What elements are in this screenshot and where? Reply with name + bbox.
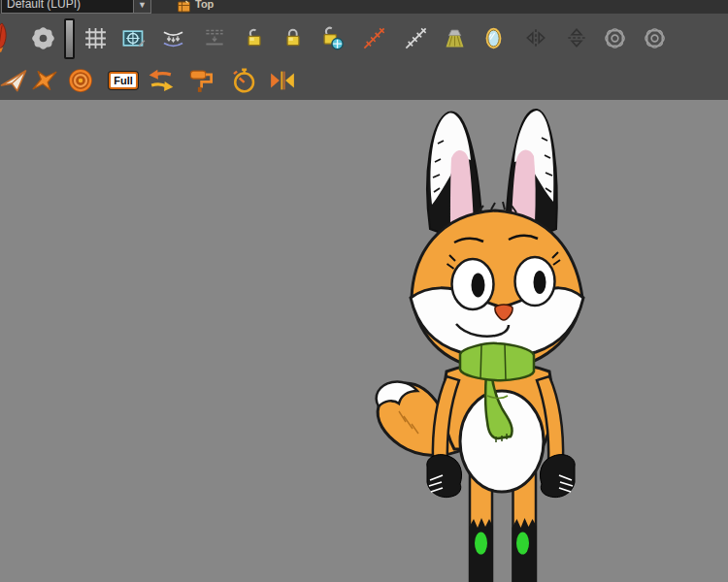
settings-gear-button[interactable] [25, 19, 60, 56]
display-selector-value: Default (LUPI) [7, 0, 81, 11]
target-rings-button[interactable] [63, 62, 98, 99]
view-topbar: Default (LUPI) ▼ Top [0, 0, 728, 14]
fox-head [411, 110, 583, 370]
mirror-playback-icon [268, 66, 297, 95]
camera-view-toolbar: Full [0, 14, 728, 100]
safe-area-button[interactable] [116, 19, 150, 56]
align-guides-icon [202, 25, 227, 50]
onion-marks-white-button[interactable] [398, 19, 433, 56]
toolbar-separator-handle[interactable] [64, 18, 75, 59]
onion-skin-marks-orange-icon [361, 25, 387, 51]
mirror-playback-button[interactable] [265, 62, 300, 99]
camera-mask-icon [160, 25, 186, 51]
show-grid-button[interactable] [78, 19, 113, 56]
safe-area-icon [120, 25, 147, 51]
onion-marks-orange-button[interactable] [356, 19, 391, 56]
unlock-icon [242, 25, 267, 50]
align-guides-button[interactable] [197, 19, 232, 56]
gear-outline-a-button[interactable] [597, 19, 632, 56]
leg-marker-left [475, 533, 487, 555]
gear-outline-icon [603, 26, 627, 50]
display-selector-dropdown[interactable]: Default (LUPI) ▼ [1, 0, 151, 14]
gear-outline-b-button[interactable] [637, 19, 672, 56]
swap-arrows-icon [146, 66, 177, 95]
swap-arrows-button[interactable] [144, 62, 179, 99]
brush-feather-icon [0, 22, 13, 53]
leg-marker-right [516, 533, 529, 555]
origami-bird-button[interactable] [27, 62, 62, 99]
target-rings-icon [66, 66, 95, 95]
reset-timer-button[interactable] [226, 62, 261, 99]
flip-horizontal-icon [523, 25, 548, 50]
paint-roller-icon [186, 66, 215, 95]
flip-horizontal-button[interactable] [518, 19, 553, 56]
brush-feather-button[interactable] [0, 19, 13, 56]
flip-vertical-icon [564, 25, 589, 50]
mirror-view-button[interactable] [476, 19, 511, 56]
camera-mask-button[interactable] [155, 19, 190, 56]
application-window: Default (LUPI) ▼ Top [0, 0, 728, 582]
gear-outline-icon [643, 26, 667, 50]
paint-roller-button[interactable] [183, 62, 218, 99]
grid-icon [83, 26, 108, 50]
full-resolution-button[interactable]: Full [103, 62, 144, 99]
full-badge-icon: Full [109, 72, 138, 89]
timer-icon [229, 66, 258, 95]
gear-icon [30, 25, 56, 51]
mirror-icon [480, 25, 507, 51]
camera-view-canvas[interactable] [0, 100, 728, 582]
top-view-icon [178, 0, 190, 13]
lock-with-target-icon [319, 25, 346, 51]
lock-icon [281, 25, 306, 50]
lock-button[interactable] [276, 19, 311, 56]
origami-bird-icon [30, 66, 59, 95]
paper-plane-icon [0, 66, 28, 95]
light-table-icon [442, 25, 468, 51]
top-view-label: Top [195, 0, 214, 10]
flip-vertical-button[interactable] [559, 19, 594, 56]
light-table-button[interactable] [437, 19, 472, 56]
chevron-down-icon[interactable]: ▼ [133, 0, 150, 13]
lock-target-button[interactable] [314, 19, 349, 56]
fox-character[interactable] [369, 100, 592, 582]
onion-skin-marks-white-icon [403, 25, 429, 51]
unlock-button[interactable] [237, 19, 272, 56]
top-view-toggle[interactable]: Top [178, 0, 214, 14]
